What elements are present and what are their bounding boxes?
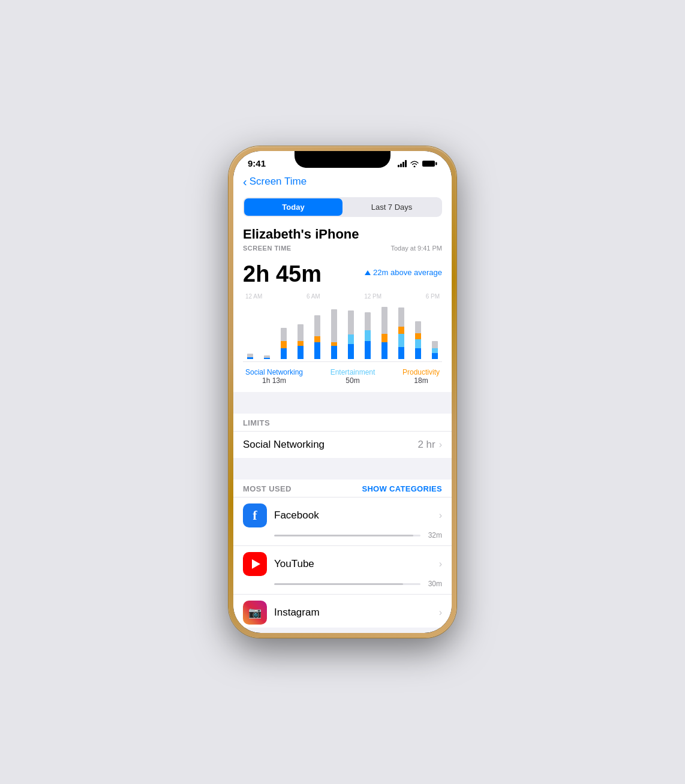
big-time-section: 2h 45m 22m above average [233, 257, 452, 291]
instagram-icon: 📷 [243, 601, 267, 625]
category-productivity: Productivity 18m [402, 368, 440, 385]
instagram-chevron: › [439, 607, 442, 618]
nav-bar: ‹ Screen Time [233, 171, 452, 192]
bar-group-4 [293, 302, 308, 359]
youtube-bar-row: 30m [243, 580, 442, 588]
bar-group-3 [277, 302, 292, 359]
arrow-up-icon [365, 270, 371, 275]
facebook-bar-fill [274, 535, 413, 536]
app-item-instagram[interactable]: 📷 Instagram › 28m [233, 594, 452, 628]
device-name: Elizabeth's iPhone [243, 227, 442, 242]
youtube-chevron: › [439, 559, 442, 569]
signal-icon [398, 160, 407, 167]
bar-group-5 [310, 302, 325, 359]
chevron-right-icon: › [439, 439, 442, 450]
most-used-header: MOST USED SHOW CATEGORIES [233, 480, 452, 497]
total-time: 2h 45m [243, 261, 322, 287]
facebook-icon: f [243, 503, 267, 527]
status-icons [398, 160, 437, 167]
chart-label-12pm: 12 PM [364, 293, 381, 300]
most-used-section: MOST USED SHOW CATEGORIES f Facebook › [233, 480, 452, 628]
screen-time-date: Today at 9:41 PM [390, 245, 442, 252]
chart-container: 12 AM 6 AM 12 PM 6 PM [233, 291, 452, 392]
device-section: Elizabeth's iPhone SCREEN TIME Today at … [233, 224, 452, 257]
category-productivity-time: 18m [402, 376, 440, 385]
facebook-bar-row: 32m [243, 531, 442, 539]
youtube-bar-fill [274, 583, 403, 585]
youtube-icon [243, 552, 267, 576]
screen-time-label: SCREEN TIME [243, 245, 292, 252]
phone-frame: 9:41 [229, 146, 456, 638]
facebook-bar-track [274, 535, 420, 536]
chevron-left-icon: ‹ [243, 176, 247, 188]
chart-bars [243, 302, 442, 362]
bar-group-6 [327, 302, 342, 359]
segment-today[interactable]: Today [244, 198, 342, 216]
chart-label-6am: 6 AM [307, 293, 320, 300]
status-time: 9:41 [248, 158, 266, 168]
facebook-name: Facebook [274, 509, 432, 521]
chart-categories: Social Networking 1h 13m Entertainment 5… [243, 362, 442, 387]
chart-label-12am: 12 AM [245, 293, 262, 300]
bar-group-2 [260, 302, 275, 359]
segment-control[interactable]: Today Last 7 Days [243, 197, 442, 217]
notch [295, 151, 390, 168]
screen: 9:41 [233, 151, 452, 633]
category-productivity-name: Productivity [402, 368, 440, 376]
youtube-bar-track [274, 583, 420, 585]
chart-label-6pm: 6 PM [426, 293, 440, 300]
svg-rect-1 [435, 162, 437, 165]
limits-section: LIMITS Social Networking 2 hr › [233, 414, 452, 458]
limits-item-label: Social Networking [243, 439, 325, 451]
category-social-name: Social Networking [245, 368, 303, 376]
category-entertainment-name: Entertainment [331, 368, 375, 376]
back-label: Screen Time [250, 176, 307, 188]
youtube-name: YouTube [274, 558, 432, 570]
category-social: Social Networking 1h 13m [245, 368, 303, 385]
svg-rect-0 [422, 161, 435, 167]
instagram-name: Instagram [274, 607, 432, 619]
battery-icon [422, 160, 437, 167]
bar-group-12 [427, 302, 442, 359]
bar-group-11 [410, 302, 425, 359]
category-entertainment: Entertainment 50m [331, 368, 375, 385]
youtube-time: 30m [425, 580, 442, 588]
chart-time-labels: 12 AM 6 AM 12 PM 6 PM [243, 293, 442, 300]
phone-inner: 9:41 [233, 151, 452, 633]
app-item-facebook[interactable]: f Facebook › 32m [233, 497, 452, 545]
divider-2 [233, 458, 452, 480]
show-categories-button[interactable]: SHOW CATEGORIES [362, 484, 442, 493]
above-average: 22m above average [365, 268, 442, 277]
limits-social-networking[interactable]: Social Networking 2 hr › [233, 431, 452, 458]
bar-group-10 [393, 302, 408, 359]
above-average-text: 22m above average [373, 268, 442, 277]
bar-group-7 [344, 302, 359, 359]
facebook-chevron: › [439, 510, 442, 521]
limits-item-right: 2 hr › [417, 439, 442, 451]
bar-group-8 [360, 302, 375, 359]
divider-1 [233, 392, 452, 414]
bar-group-1 [243, 302, 258, 359]
category-social-time: 1h 13m [245, 376, 303, 385]
limits-header: LIMITS [233, 414, 452, 431]
app-item-youtube[interactable]: YouTube › 30m [233, 545, 452, 594]
limits-item-value: 2 hr [417, 439, 435, 451]
back-button[interactable]: ‹ Screen Time [243, 176, 442, 188]
wifi-icon [410, 160, 419, 167]
most-used-label: MOST USED [243, 484, 292, 493]
category-entertainment-time: 50m [331, 376, 375, 385]
bar-group-9 [377, 302, 392, 359]
facebook-time: 32m [425, 531, 442, 539]
content-area[interactable]: ‹ Screen Time Today Last 7 Days Elizabet… [233, 171, 452, 628]
segment-last7days[interactable]: Last 7 Days [342, 198, 441, 216]
